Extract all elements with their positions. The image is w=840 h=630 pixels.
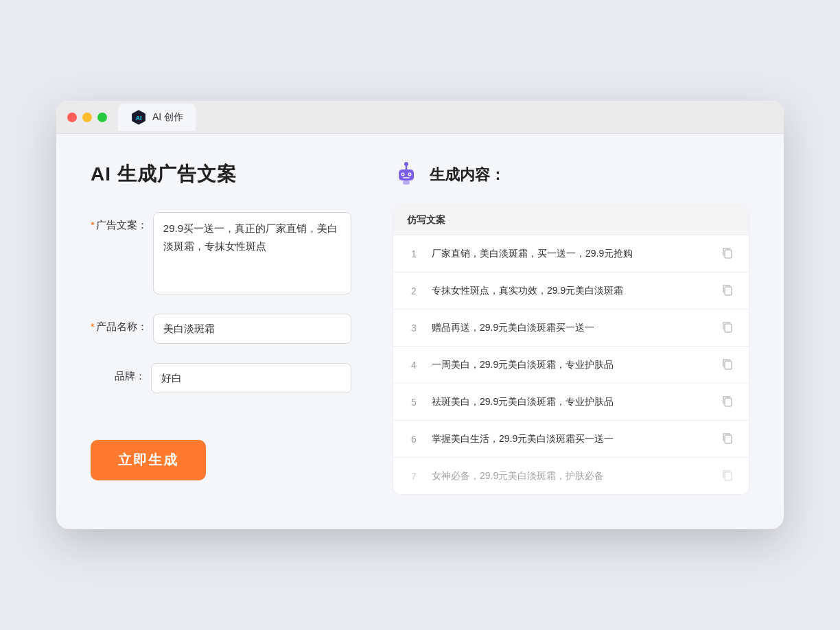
svg-point-3: [404, 162, 408, 166]
maximize-button[interactable]: [97, 113, 107, 122]
ad-copy-label: *广告文案：: [91, 212, 148, 232]
results-container: 1厂家直销，美白淡斑霜，买一送一，29.9元抢购 2专抹女性斑点，真实功效，29…: [393, 235, 749, 494]
ad-copy-input[interactable]: [153, 212, 351, 294]
svg-text:AI: AI: [136, 115, 142, 121]
row-text: 厂家直销，美白淡斑霜，买一送一，29.9元抢购: [432, 246, 709, 261]
svg-rect-14: [725, 361, 732, 369]
copy-button[interactable]: [720, 245, 735, 262]
robot-icon: [393, 161, 420, 189]
table-row: 1厂家直销，美白淡斑霜，买一送一，29.9元抢购: [393, 235, 749, 272]
product-name-input[interactable]: [153, 314, 351, 344]
row-number: 2: [407, 285, 421, 296]
copy-button[interactable]: [720, 319, 735, 336]
svg-rect-4: [399, 170, 414, 180]
tab-label: AI 创作: [152, 111, 183, 124]
title-bar: AI AI 创作: [56, 101, 784, 134]
table-row: 5祛斑美白，29.9元美白淡斑霜，专业护肤品: [393, 384, 749, 421]
row-text: 一周美白，29.9元美白淡斑霜，专业护肤品: [432, 358, 709, 372]
svg-rect-17: [725, 472, 732, 480]
svg-point-7: [402, 174, 404, 175]
brand-row: 品牌：: [91, 363, 351, 393]
table-row: 7女神必备，29.9元美白淡斑霜，护肤必备: [393, 458, 749, 494]
browser-window: AI AI 创作 AI 生成广告文案 *广告文案： *产品名称：: [56, 101, 784, 529]
page-title: AI 生成广告文案: [91, 161, 351, 187]
svg-rect-11: [725, 250, 732, 258]
row-text: 女神必备，29.9元美白淡斑霜，护肤必备: [432, 469, 709, 483]
table-row: 4一周美白，29.9元美白淡斑霜，专业护肤品: [393, 347, 749, 384]
table-row: 2专抹女性斑点，真实功效，29.9元美白淡斑霜: [393, 272, 749, 310]
product-name-required: *: [91, 320, 95, 332]
row-number: 4: [407, 360, 421, 371]
svg-rect-12: [725, 287, 732, 295]
table-row: 6掌握美白生活，29.9元美白淡斑霜买一送一: [393, 421, 749, 458]
copy-button[interactable]: [720, 467, 735, 485]
svg-rect-13: [725, 324, 732, 332]
brand-input[interactable]: [151, 363, 351, 393]
row-number: 7: [407, 471, 421, 482]
svg-rect-15: [725, 398, 732, 406]
main-content: AI 生成广告文案 *广告文案： *产品名称： 品牌： 立: [56, 134, 784, 529]
ad-copy-required: *: [91, 219, 95, 231]
close-button[interactable]: [67, 113, 77, 122]
copy-button[interactable]: [720, 393, 735, 410]
row-number: 5: [407, 397, 421, 408]
row-text: 赠品再送，29.9元美白淡斑霜买一送一: [432, 320, 709, 335]
right-panel: 生成内容： 仿写文案 1厂家直销，美白淡斑霜，买一送一，29.9元抢购 2专抹女…: [393, 161, 749, 495]
brand-label: 品牌：: [91, 363, 145, 383]
product-name-row: *产品名称：: [91, 314, 351, 344]
row-number: 6: [407, 434, 421, 445]
row-text: 掌握美白生活，29.9元美白淡斑霜买一送一: [432, 432, 709, 446]
table-row: 3赠品再送，29.9元美白淡斑霜买一送一: [393, 310, 749, 347]
row-text: 专抹女性斑点，真实功效，29.9元美白淡斑霜: [432, 283, 709, 298]
result-table-header: 仿写文案: [393, 206, 749, 235]
traffic-lights: [67, 113, 107, 122]
result-title: 生成内容：: [430, 165, 505, 185]
minimize-button[interactable]: [82, 113, 92, 122]
ai-tab[interactable]: AI AI 创作: [118, 104, 196, 131]
result-header: 生成内容：: [393, 161, 749, 189]
generate-button[interactable]: 立即生成: [91, 440, 206, 480]
product-name-label: *产品名称：: [91, 314, 148, 334]
copy-button[interactable]: [720, 430, 735, 447]
ai-tab-icon: AI: [130, 109, 147, 126]
result-table: 仿写文案 1厂家直销，美白淡斑霜，买一送一，29.9元抢购 2专抹女性斑点，真实…: [393, 205, 749, 495]
left-panel: AI 生成广告文案 *广告文案： *产品名称： 品牌： 立: [91, 161, 351, 480]
svg-point-8: [409, 174, 410, 175]
row-text: 祛斑美白，29.9元美白淡斑霜，专业护肤品: [432, 395, 709, 409]
ad-copy-row: *广告文案：: [91, 212, 351, 294]
copy-button[interactable]: [720, 356, 735, 373]
copy-button[interactable]: [720, 282, 735, 299]
row-number: 3: [407, 323, 421, 334]
svg-rect-16: [725, 435, 732, 443]
row-number: 1: [407, 248, 421, 259]
svg-rect-10: [403, 180, 410, 185]
svg-rect-9: [403, 177, 410, 178]
